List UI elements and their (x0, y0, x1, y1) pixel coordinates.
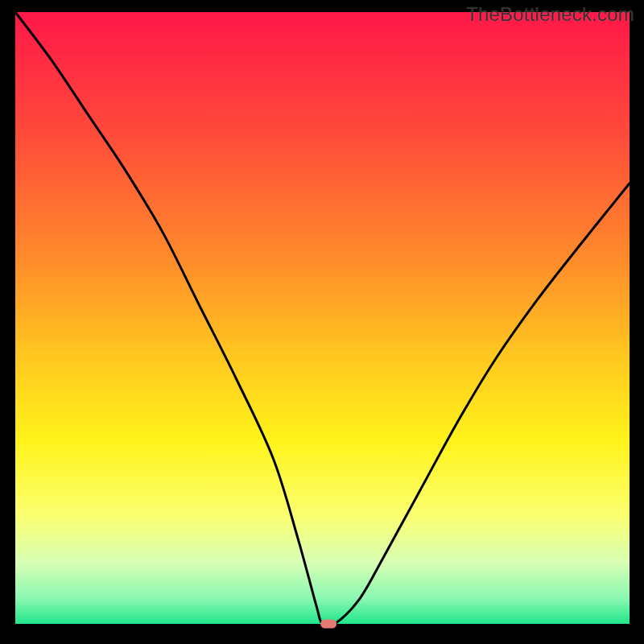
chart-canvas (0, 0, 644, 644)
optimal-point-marker (320, 620, 336, 629)
bottleneck-chart: TheBottleneck.com (0, 0, 644, 644)
chart-gradient-bg (15, 12, 630, 624)
watermark-label: TheBottleneck.com (466, 3, 634, 26)
